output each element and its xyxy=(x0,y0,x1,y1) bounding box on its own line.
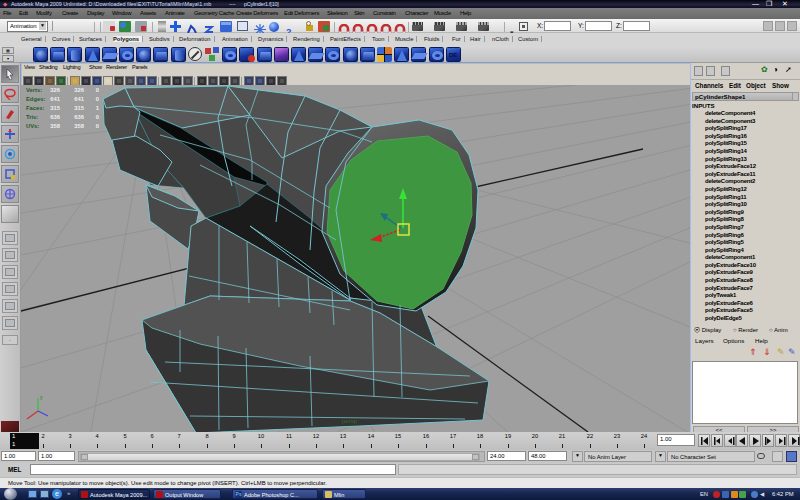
svg-text:Tris:: Tris: xyxy=(26,114,38,120)
svg-text:636: 636 xyxy=(50,114,60,120)
svg-text:0: 0 xyxy=(96,114,99,120)
svg-text:641: 641 xyxy=(74,96,84,102)
svg-text:315: 315 xyxy=(74,105,84,111)
svg-text:persp: persp xyxy=(342,418,358,424)
svg-text:0: 0 xyxy=(96,87,99,93)
svg-text:641: 641 xyxy=(50,96,60,102)
svg-text:0: 0 xyxy=(96,123,99,129)
svg-text:315: 315 xyxy=(50,105,60,111)
svg-text:326: 326 xyxy=(74,87,84,93)
svg-text:Verts:: Verts: xyxy=(26,87,42,93)
svg-text:326: 326 xyxy=(50,87,60,93)
svg-text:358: 358 xyxy=(74,123,84,129)
svg-text:Faces:: Faces: xyxy=(26,105,44,111)
svg-text:Edges:: Edges: xyxy=(26,96,45,102)
svg-text:0: 0 xyxy=(96,96,99,102)
svg-text:UVs:: UVs: xyxy=(26,123,39,129)
svg-text:636: 636 xyxy=(74,114,84,120)
svg-text:358: 358 xyxy=(50,123,60,129)
